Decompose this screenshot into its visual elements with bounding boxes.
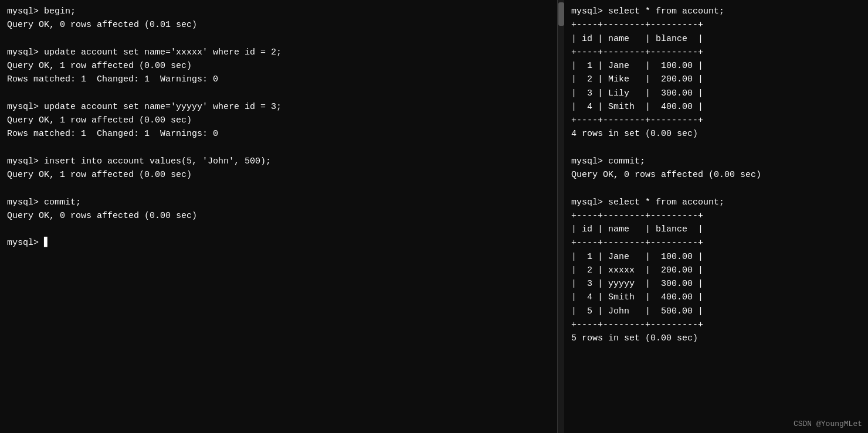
terminal-line: | 4 | Smith | 400.00 |	[571, 291, 861, 304]
terminal-line: +----+--------+---------+	[571, 18, 861, 32]
watermark: CSDN @YoungMLet	[794, 420, 862, 428]
terminal-line: mysql> select * from account;	[571, 5, 861, 18]
terminal-line: mysql> begin;	[7, 5, 550, 18]
terminal-line: Query OK, 0 rows affected (0.00 sec)	[571, 168, 861, 182]
terminal-line: | 1 | Jane | 100.00 |	[571, 250, 861, 264]
terminal-line: +----+--------+---------+	[571, 209, 861, 223]
terminal-line: Query OK, 1 row affected (0.00 sec)	[7, 59, 550, 73]
terminal-line: | 3 | Lily | 300.00 |	[571, 87, 861, 100]
terminal-line	[7, 223, 550, 236]
terminal-line: Query OK, 1 row affected (0.00 sec)	[7, 114, 550, 127]
terminal-line	[571, 141, 861, 155]
terminal-line: | 2 | Mike | 200.00 |	[571, 73, 861, 86]
terminal-line: | 1 | Jane | 100.00 |	[571, 59, 861, 73]
terminal-line: mysql> update account set name='yyyyy' w…	[7, 100, 550, 114]
terminal-line: Rows matched: 1 Changed: 1 Warnings: 0	[7, 73, 550, 86]
terminal-line: Rows matched: 1 Changed: 1 Warnings: 0	[7, 127, 550, 141]
terminal-line	[7, 141, 550, 155]
terminal-line	[7, 32, 550, 46]
terminal-line: 4 rows in set (0.00 sec)	[571, 127, 861, 141]
terminal-line: Query OK, 0 rows affected (0.01 sec)	[7, 18, 550, 32]
terminal-line: mysql> commit;	[7, 196, 550, 209]
terminal-line: +----+--------+---------+	[571, 46, 861, 59]
left-terminal: mysql> begin;Query OK, 0 rows affected (…	[0, 0, 557, 433]
terminal-line: mysql> commit;	[571, 155, 861, 168]
terminal-line: Query OK, 0 rows affected (0.00 sec)	[7, 209, 550, 223]
terminal-line	[7, 87, 550, 100]
terminal-line: +----+--------+---------+	[571, 318, 861, 332]
terminal-line: mysql> ▋	[7, 236, 550, 250]
terminal-line: 5 rows in set (0.00 sec)	[571, 332, 861, 345]
terminal-line: mysql> insert into account values(5, 'Jo…	[7, 155, 550, 168]
terminal-line: +----+--------+---------+	[571, 236, 861, 250]
terminal-line: mysql> select * from account;	[571, 196, 861, 209]
terminal-line	[7, 182, 550, 195]
terminal-line: | 3 | yyyyy | 300.00 |	[571, 277, 861, 291]
terminal-line: mysql> update account set name='xxxxx' w…	[7, 46, 550, 59]
terminal-line: | 4 | Smith | 400.00 |	[571, 100, 861, 114]
terminal-line: | id | name | blance |	[571, 32, 861, 46]
terminal-line: +----+--------+---------+	[571, 114, 861, 127]
scrollbar-thumb[interactable]	[558, 2, 564, 26]
right-terminal: mysql> select * from account;+----+-----…	[564, 0, 868, 433]
scrollbar[interactable]	[557, 0, 564, 433]
terminal-line: | 5 | John | 500.00 |	[571, 305, 861, 318]
terminal-line: | 2 | xxxxx | 200.00 |	[571, 264, 861, 277]
terminal-line: Query OK, 1 row affected (0.00 sec)	[7, 168, 550, 182]
terminal-line: | id | name | blance |	[571, 223, 861, 236]
terminal-line	[571, 182, 861, 195]
